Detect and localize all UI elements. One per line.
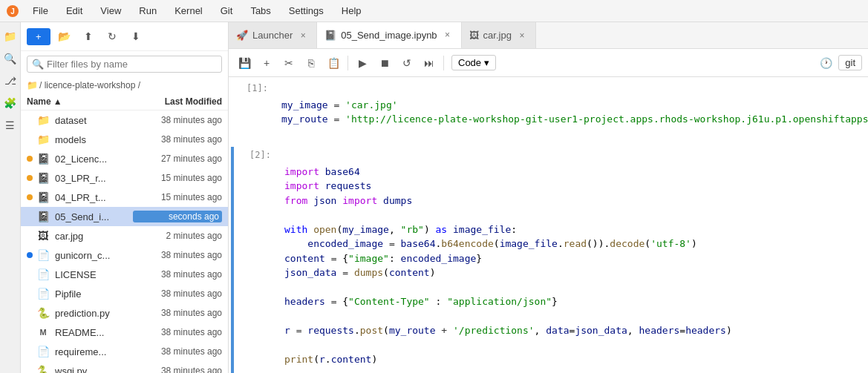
refresh-button[interactable]: ↻ <box>102 27 122 46</box>
cell-2-wrapper: [2]: import base64 import requests from … <box>229 147 868 373</box>
file-type-icon: 📄 <box>36 267 50 282</box>
clock-icon: 🕐 <box>816 53 835 73</box>
upload-button[interactable]: ⬆ <box>79 27 98 46</box>
file-type-icon: 📁 <box>36 113 50 128</box>
file-type-icon: 📄 <box>36 344 50 359</box>
file-name-label: models <box>55 134 133 145</box>
file-modified-label: 2 minutes ago <box>133 231 222 241</box>
menu-kernel[interactable]: Kernel <box>170 4 207 18</box>
cut-button[interactable]: ✂ <box>279 53 298 73</box>
tab-label: car.jpg <box>483 30 512 41</box>
menu-view[interactable]: View <box>96 4 125 18</box>
tab-image-2[interactable]: 🖼car.jpg× <box>462 22 536 49</box>
search-input[interactable] <box>47 59 217 70</box>
tab-icon: 🖼 <box>469 30 479 41</box>
interrupt-button[interactable]: ⏹ <box>375 53 394 73</box>
sidebar-search-icon[interactable]: 🔍 <box>2 50 19 67</box>
file-row[interactable]: 📓05_Send_i...seconds ago <box>21 207 228 226</box>
run-all-button[interactable]: ⏭ <box>420 53 439 73</box>
git-clone-button[interactable]: ⬇ <box>126 27 146 46</box>
file-modified-label: 38 minutes ago <box>133 250 222 260</box>
run-button[interactable]: ▶ <box>353 53 372 73</box>
file-name-label: gunicorn_c... <box>55 250 133 261</box>
paste-button[interactable]: 📋 <box>324 53 343 73</box>
new-button[interactable]: + <box>27 28 50 45</box>
breadcrumb-path[interactable]: / licence-plate-workshop / <box>39 80 140 90</box>
file-row[interactable]: 🖼car.jpg2 minutes ago <box>21 226 228 245</box>
kernel-label: Code <box>458 57 481 68</box>
file-row[interactable]: 📁models38 minutes ago <box>21 130 228 149</box>
breadcrumb: 📁 / licence-plate-workshop / <box>21 77 228 93</box>
tab-close-button[interactable]: × <box>442 29 454 41</box>
menu-tabs[interactable]: Tabs <box>246 4 275 18</box>
menu-bar: J File Edit View Run Kernel Git Tabs Set… <box>0 0 868 22</box>
file-toolbar: + 📂 ⬆ ↻ ⬇ <box>21 22 228 51</box>
cell-2-content[interactable]: import base64 import requests from json … <box>278 147 868 373</box>
sidebar-git-icon[interactable]: ⎇ <box>2 73 19 89</box>
file-modified-label: seconds ago <box>133 211 222 222</box>
file-type-icon: 📓 <box>36 209 50 224</box>
copy-button[interactable]: ⎘ <box>301 53 321 73</box>
tab-icon: 🚀 <box>236 30 248 41</box>
file-modified-label: 38 minutes ago <box>133 366 222 373</box>
file-dot-indicator <box>27 271 33 277</box>
cell-1: [1]: my_image = 'car.jpg' my_route = 'ht… <box>229 77 868 147</box>
tab-launcher-0[interactable]: 🚀Launcher× <box>229 22 317 49</box>
column-name-header[interactable]: Name ▲ <box>27 96 125 107</box>
sidebar-extensions-icon[interactable]: 🧩 <box>2 95 19 111</box>
file-type-icon: 📓 <box>36 151 50 166</box>
file-modified-label: 38 minutes ago <box>133 269 222 280</box>
menu-run[interactable]: Run <box>134 4 161 18</box>
plus-icon: + <box>36 31 42 42</box>
open-folder-button[interactable]: 📂 <box>55 27 74 46</box>
file-modified-label: 38 minutes ago <box>133 346 222 357</box>
file-name-label: README... <box>55 327 133 338</box>
kernel-selector[interactable]: Code ▾ <box>451 55 496 70</box>
menu-file[interactable]: File <box>28 4 53 18</box>
file-type-icon: 📁 <box>36 132 50 147</box>
menu-git[interactable]: Git <box>216 4 238 18</box>
file-modified-label: 27 minutes ago <box>133 154 222 164</box>
column-modified-header[interactable]: Last Modified <box>125 96 222 107</box>
add-cell-button[interactable]: + <box>257 53 276 73</box>
file-row[interactable]: 📄gunicorn_c...38 minutes ago <box>21 245 228 265</box>
file-name-label: 05_Send_i... <box>55 211 133 222</box>
svg-text:J: J <box>10 7 15 16</box>
tab-notebook-1[interactable]: 📓05_Send_image.ipynb× <box>317 22 461 49</box>
tab-bar: 🚀Launcher×📓05_Send_image.ipynb×🖼car.jpg× <box>229 22 868 49</box>
menu-settings[interactable]: Settings <box>284 4 328 18</box>
menu-help[interactable]: Help <box>337 4 366 18</box>
file-row[interactable]: 📄requireme...38 minutes ago <box>21 342 228 361</box>
cell-1-content[interactable]: my_image = 'car.jpg' my_route = 'http://… <box>275 80 868 144</box>
sort-icon: ▲ <box>53 96 62 107</box>
file-row[interactable]: 📁dataset38 minutes ago <box>21 110 228 130</box>
git-button[interactable]: git <box>838 55 862 70</box>
file-name-label: 04_LPR_t... <box>55 192 133 203</box>
sidebar-files-icon[interactable]: 📁 <box>2 28 19 44</box>
file-type-icon: 🐍 <box>36 306 50 320</box>
file-modified-label: 15 minutes ago <box>133 173 222 183</box>
notebook-content: [1]: my_image = 'car.jpg' my_route = 'ht… <box>229 77 868 373</box>
file-name-label: wsgi.py <box>55 366 133 374</box>
menu-edit[interactable]: Edit <box>62 4 87 18</box>
restart-button[interactable]: ↺ <box>397 53 417 73</box>
file-row[interactable]: 📓02_Licenc...27 minutes ago <box>21 149 228 168</box>
file-row[interactable]: 🐍wsgi.py38 minutes ago <box>21 361 228 373</box>
app-logo: J <box>6 4 19 18</box>
file-modified-label: 15 minutes ago <box>133 192 222 202</box>
file-modified-label: 38 minutes ago <box>133 327 222 337</box>
file-modified-label: 38 minutes ago <box>133 288 222 299</box>
file-row[interactable]: 📓04_LPR_t...15 minutes ago <box>21 188 228 207</box>
tab-close-button[interactable]: × <box>516 30 528 42</box>
file-row[interactable]: 📄Pipfile38 minutes ago <box>21 284 228 303</box>
file-row[interactable]: 🐍prediction.py38 minutes ago <box>21 303 228 323</box>
tab-close-button[interactable]: × <box>297 30 309 42</box>
file-row[interactable]: 📄LICENSE38 minutes ago <box>21 265 228 284</box>
file-dot-indicator <box>27 233 33 239</box>
git-text: git <box>845 57 855 68</box>
file-row[interactable]: MREADME...38 minutes ago <box>21 323 228 342</box>
sidebar-commands-icon[interactable]: ☰ <box>2 117 19 133</box>
file-search-box[interactable]: 🔍 <box>27 56 222 73</box>
save-button[interactable]: 💾 <box>235 53 254 73</box>
file-row[interactable]: 📓03_LPR_r...15 minutes ago <box>21 168 228 188</box>
